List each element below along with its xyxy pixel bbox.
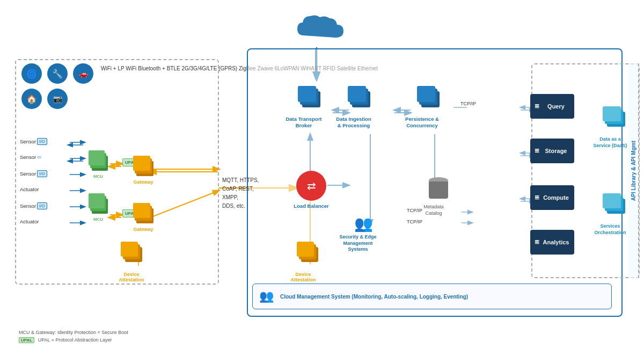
mqtt-protocols: MQTT, HTTPS,CoAP, REST,XMPP,DDS, etc. — [222, 176, 259, 210]
compute-box: ≡ Compute — [530, 185, 574, 210]
tcp-ip-label-2: TCP/IP — [407, 208, 422, 213]
storage-box: ≡ Storage — [530, 139, 574, 163]
tcp-ip-label-1: TCP/IP — [460, 101, 476, 107]
tcp-ip-label-3: TCP/IP — [407, 219, 422, 224]
device-attestation-middle: Device Attestation — [292, 242, 322, 282]
mcu-stack-2: MCU — [89, 193, 108, 222]
persistence-concurrency: Persistence & Concurrency — [411, 86, 445, 129]
cloud-icon — [290, 11, 349, 46]
security-edge-management: 👥 Security & Edge Management Systems — [345, 215, 382, 253]
cloud-management-system: 👥 Cloud Management System (Monitoring, A… — [252, 284, 612, 309]
footer-note-1: MCU & Gateway: Identity Protection + Sec… — [19, 330, 128, 335]
actuator-row-2: Actuator — [20, 219, 39, 224]
footer-note-2: UPAL UPAL = Protocol Abstraction Layer — [19, 337, 112, 343]
gateway-stack-2: Gateway — [133, 203, 153, 232]
actuator-row-1: Actuator — [20, 186, 39, 192]
camera-icon: 📷 — [47, 89, 69, 110]
data-transport-broker: Data Transport Broker — [292, 86, 325, 129]
sensor-row-4: Sensor I/O — [20, 202, 48, 209]
services-orchestration-stack: Services Orchestration — [599, 193, 629, 236]
load-balancer: ⇄ Load Balancer — [296, 171, 330, 209]
sensor-row-1: Sensor I/O — [20, 138, 48, 145]
device-attestation-left: Device Attestation — [121, 242, 148, 282]
gateway-stack-1: Gateway — [133, 156, 153, 185]
data-ingestion-processing: Data Ingestion& Processing — [342, 86, 375, 129]
daas-stack: Data as a Service (DaaS) — [599, 106, 629, 149]
query-box: ≡ Query — [530, 94, 574, 119]
wind-icon: 🌀 — [21, 63, 43, 85]
home-icon: 🏠 — [21, 89, 43, 110]
diagram-container: 🌀 🔧 🚗 🏠 📷 WiFi + LP WiFi Bluetooth + BTL… — [0, 0, 644, 363]
sensor-row-2: Sensor — [20, 154, 42, 160]
api-library-label: API Library & API Mgmt — [628, 63, 639, 278]
car-icon: 🚗 — [73, 63, 94, 85]
robot-icon: 🔧 — [47, 63, 69, 85]
mcu-stack-1: MCU — [89, 150, 108, 179]
metadata-catalog: Metadata Catalog — [424, 177, 452, 216]
analytics-box: ≡ Analytics — [530, 230, 574, 255]
sensor-row-3: Sensor I/O — [20, 170, 48, 177]
